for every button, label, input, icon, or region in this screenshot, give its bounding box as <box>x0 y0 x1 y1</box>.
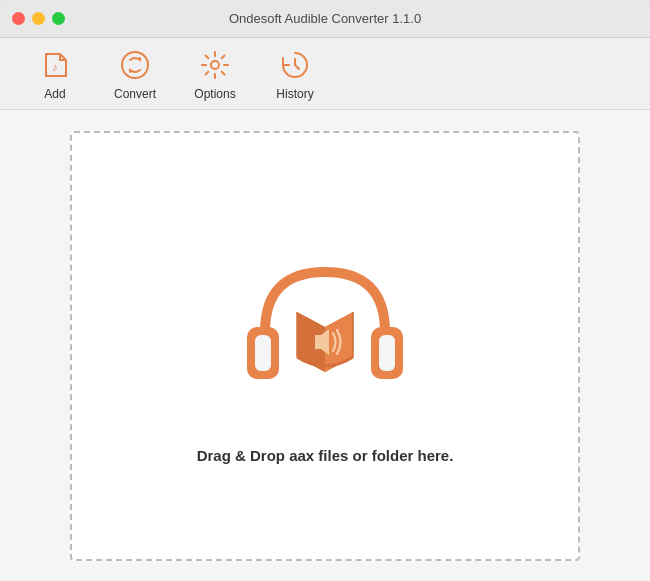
svg-point-1 <box>122 52 148 78</box>
svg-rect-4 <box>255 335 271 371</box>
convert-label: Convert <box>114 87 156 101</box>
traffic-lights <box>12 12 65 25</box>
title-bar: Ondesoft Audible Converter 1.1.0 <box>0 0 650 38</box>
convert-button[interactable]: Convert <box>100 44 170 104</box>
history-label: History <box>276 87 313 101</box>
convert-icon <box>117 47 153 83</box>
drop-zone[interactable]: Drag & Drop aax files or folder here. <box>70 131 580 561</box>
svg-rect-6 <box>379 335 395 371</box>
svg-text:♪: ♪ <box>52 61 58 73</box>
svg-point-2 <box>211 61 219 69</box>
minimize-button[interactable] <box>32 12 45 25</box>
main-content: Drag & Drop aax files or folder here. <box>0 110 650 581</box>
audiobook-icon <box>225 227 425 427</box>
add-button[interactable]: ♪ Add <box>20 44 90 104</box>
drop-zone-text: Drag & Drop aax files or folder here. <box>197 447 454 464</box>
add-icon: ♪ <box>37 47 73 83</box>
options-icon <box>197 47 233 83</box>
close-button[interactable] <box>12 12 25 25</box>
history-icon <box>277 47 313 83</box>
toolbar: ♪ Add Convert O <box>0 38 650 110</box>
window-title: Ondesoft Audible Converter 1.1.0 <box>229 11 421 26</box>
app-window: Ondesoft Audible Converter 1.1.0 ♪ Add <box>0 0 650 581</box>
maximize-button[interactable] <box>52 12 65 25</box>
options-button[interactable]: Options <box>180 44 250 104</box>
add-label: Add <box>44 87 65 101</box>
history-button[interactable]: History <box>260 44 330 104</box>
options-label: Options <box>194 87 235 101</box>
